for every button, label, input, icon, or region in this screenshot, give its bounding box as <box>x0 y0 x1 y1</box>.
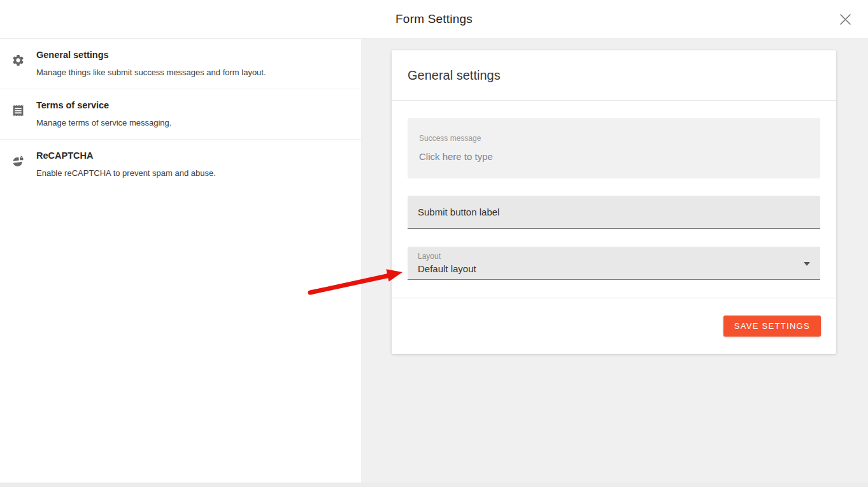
success-message-placeholder: Click here to type <box>419 151 809 162</box>
success-message-field[interactable]: Success message Click here to type <box>408 118 820 178</box>
settings-content: General settings Success message Click h… <box>361 39 868 483</box>
save-settings-button[interactable]: SAVE SETTINGS <box>723 316 821 337</box>
receipt-icon <box>0 100 36 127</box>
close-button[interactable] <box>836 10 854 28</box>
sidebar-item-title: Terms of service <box>36 100 171 110</box>
sidebar-item-title: General settings <box>36 50 266 60</box>
layout-selected-value: Default layout <box>418 263 810 274</box>
dialog-header: Form Settings <box>0 0 868 39</box>
card-header: General settings <box>392 50 836 101</box>
card-footer: SAVE SETTINGS <box>392 298 836 354</box>
close-icon <box>839 13 851 25</box>
sidebar-item-description: Enable reCAPTCHA to prevent spam and abu… <box>36 168 216 178</box>
layout-dropdown[interactable]: Layout Default layout <box>408 247 820 280</box>
layout-label: Layout <box>418 252 810 261</box>
card-title: General settings <box>408 68 501 83</box>
success-message-label: Success message <box>419 134 809 143</box>
submit-button-label-field[interactable]: Submit button label <box>408 196 820 229</box>
settings-sidebar: General settings Manage things like subm… <box>0 39 361 483</box>
sidebar-item-description: Manage terms of service messaging. <box>36 118 171 127</box>
sidebar-item-title: ReCAPTCHA <box>36 150 216 161</box>
recaptcha-lock-icon <box>0 150 36 178</box>
submit-button-label-text: Submit button label <box>418 207 499 217</box>
dialog-title: Form Settings <box>395 12 473 26</box>
chevron-down-icon <box>804 262 810 266</box>
card-body: Success message Click here to type Submi… <box>392 101 836 298</box>
sidebar-item-terms-of-service[interactable]: Terms of service Manage terms of service… <box>0 89 361 140</box>
sidebar-item-recaptcha[interactable]: ReCAPTCHA Enable reCAPTCHA to prevent sp… <box>0 140 361 189</box>
sidebar-item-general-settings[interactable]: General settings Manage things like subm… <box>0 39 361 89</box>
gear-icon <box>0 50 36 77</box>
form-settings-dialog: Form Settings General settings Manage th… <box>0 0 868 483</box>
sidebar-item-description: Manage things like submit success messag… <box>36 68 266 77</box>
general-settings-card: General settings Success message Click h… <box>392 50 836 354</box>
